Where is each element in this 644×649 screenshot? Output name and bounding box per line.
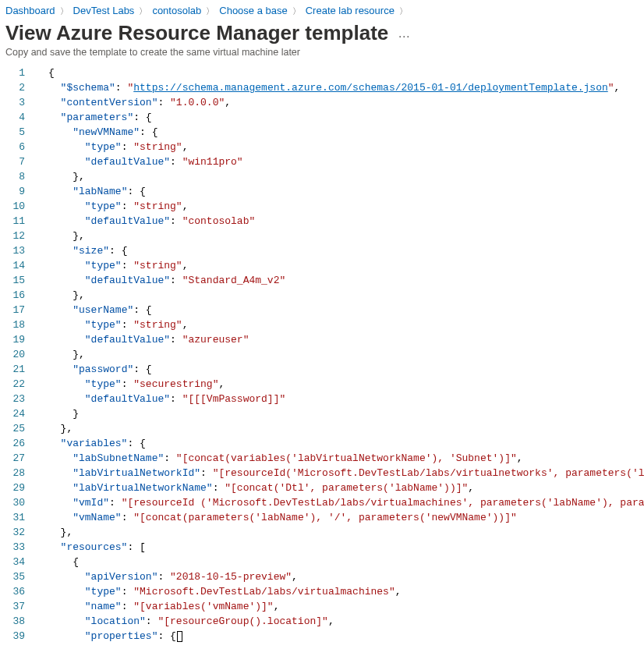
line-number: 9	[0, 184, 31, 199]
code-line[interactable]: 18 "type": "string",	[0, 317, 644, 332]
code-line[interactable]: 30 "vmId": "[resourceId ('Microsoft.DevT…	[0, 495, 644, 510]
code-line[interactable]: 36 "type": "Microsoft.DevTestLab/labs/vi…	[0, 584, 644, 599]
breadcrumb: Dashboard〉 DevTest Labs〉 contosolab〉 Cho…	[0, 0, 644, 20]
line-number: 34	[0, 555, 31, 569]
code-line[interactable]: 22 "type": "securestring",	[0, 377, 644, 392]
line-number: 8	[0, 169, 31, 184]
code-line[interactable]: 25 },	[0, 421, 644, 436]
code-line[interactable]: 2 "$schema": "https://schema.management.…	[0, 80, 644, 95]
code-line[interactable]: 3 "contentVersion": "1.0.0.0",	[0, 95, 644, 110]
code-line[interactable]: 24 }	[0, 406, 644, 421]
line-number: 39	[0, 629, 31, 644]
chevron-right-icon: 〉	[292, 5, 301, 17]
line-number: 29	[0, 481, 31, 495]
chevron-right-icon: 〉	[399, 5, 408, 17]
code-line[interactable]: 5 "newVMName": {	[0, 125, 644, 140]
code-line[interactable]: 31 "vmName": "[concat(parameters('labNam…	[0, 510, 644, 525]
breadcrumb-item[interactable]: DevTest Labs	[73, 5, 135, 16]
code-line[interactable]: 32 },	[0, 525, 644, 540]
line-number: 38	[0, 614, 31, 629]
line-number: 4	[0, 110, 31, 125]
code-line[interactable]: 7 "defaultValue": "win11pro"	[0, 154, 644, 169]
code-line[interactable]: 27 "labSubnetName": "[concat(variables('…	[0, 451, 644, 466]
breadcrumb-item[interactable]: Create lab resource	[306, 5, 395, 16]
code-line[interactable]: 19 "defaultValue": "azureuser"	[0, 332, 644, 347]
line-number: 30	[0, 495, 31, 510]
line-number: 27	[0, 451, 31, 466]
line-number: 1	[0, 66, 31, 80]
more-button[interactable]: …	[398, 27, 411, 41]
code-line[interactable]: 34 {	[0, 555, 644, 569]
text-cursor	[177, 631, 182, 642]
line-number: 11	[0, 214, 31, 229]
line-number: 15	[0, 273, 31, 288]
code-line[interactable]: 11 "defaultValue": "contosolab"	[0, 214, 644, 229]
breadcrumb-item[interactable]: contosolab	[152, 5, 201, 16]
chevron-right-icon: 〉	[60, 5, 69, 17]
line-number: 32	[0, 525, 31, 540]
code-line[interactable]: 26 "variables": {	[0, 436, 644, 451]
code-line[interactable]: 37 "name": "[variables('vmName')]",	[0, 599, 644, 614]
line-number: 12	[0, 229, 31, 243]
code-line[interactable]: 14 "type": "string",	[0, 258, 644, 273]
code-line[interactable]: 20 },	[0, 347, 644, 362]
line-number: 22	[0, 377, 31, 392]
line-number: 10	[0, 199, 31, 214]
line-number: 21	[0, 362, 31, 377]
line-number: 6	[0, 140, 31, 154]
line-number: 7	[0, 154, 31, 169]
code-line[interactable]: 15 "defaultValue": "Standard_A4m_v2"	[0, 273, 644, 288]
code-line[interactable]: 21 "password": {	[0, 362, 644, 377]
code-line[interactable]: 17 "userName": {	[0, 303, 644, 317]
code-line[interactable]: 16 },	[0, 288, 644, 303]
code-line[interactable]: 10 "type": "string",	[0, 199, 644, 214]
code-line[interactable]: 4 "parameters": {	[0, 110, 644, 125]
line-number: 31	[0, 510, 31, 525]
line-number: 25	[0, 421, 31, 436]
chevron-right-icon: 〉	[206, 5, 214, 17]
line-number: 14	[0, 258, 31, 273]
code-line[interactable]: 39 "properties": {	[0, 629, 644, 644]
code-line[interactable]: 23 "defaultValue": "[[[VmPassword]]"	[0, 392, 644, 406]
chevron-right-icon: 〉	[139, 5, 147, 17]
line-number: 17	[0, 303, 31, 317]
code-line[interactable]: 12 },	[0, 229, 644, 243]
code-line[interactable]: 35 "apiVersion": "2018-10-15-preview",	[0, 569, 644, 584]
code-line[interactable]: 29 "labVirtualNetworkName": "[concat('Dt…	[0, 481, 644, 495]
line-number: 33	[0, 540, 31, 555]
line-number: 20	[0, 347, 31, 362]
line-number: 18	[0, 317, 31, 332]
line-number: 19	[0, 332, 31, 347]
breadcrumb-item[interactable]: Choose a base	[219, 5, 287, 16]
line-number: 36	[0, 584, 31, 599]
code-line[interactable]: 1{	[0, 66, 644, 80]
code-line[interactable]: 38 "location": "[resourceGroup().locatio…	[0, 614, 644, 629]
line-number: 26	[0, 436, 31, 451]
line-number: 5	[0, 125, 31, 140]
line-number: 16	[0, 288, 31, 303]
page-title: View Azure Resource Manager template	[5, 21, 388, 45]
page-subtitle: Copy and save the template to create the…	[0, 45, 644, 66]
line-number: 3	[0, 95, 31, 110]
line-number: 2	[0, 80, 31, 95]
code-editor[interactable]: 1{2 "$schema": "https://schema.managemen…	[0, 66, 644, 644]
line-number: 37	[0, 599, 31, 614]
line-number: 35	[0, 569, 31, 584]
code-line[interactable]: 33 "resources": [	[0, 540, 644, 555]
code-line[interactable]: 6 "type": "string",	[0, 140, 644, 154]
code-line[interactable]: 9 "labName": {	[0, 184, 644, 199]
line-number: 13	[0, 243, 31, 258]
breadcrumb-item[interactable]: Dashboard	[5, 5, 55, 16]
code-line[interactable]: 28 "labVirtualNetworkId": "[resourceId('…	[0, 466, 644, 481]
line-number: 24	[0, 406, 31, 421]
code-line[interactable]: 8 },	[0, 169, 644, 184]
line-number: 28	[0, 466, 31, 481]
code-line[interactable]: 13 "size": {	[0, 243, 644, 258]
line-number: 23	[0, 392, 31, 406]
